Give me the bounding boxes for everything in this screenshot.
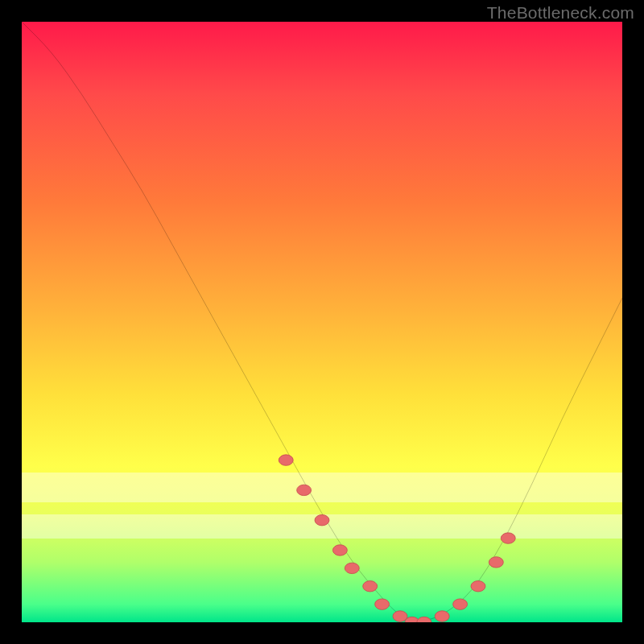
chart-frame (22, 22, 622, 622)
curve-marker (375, 599, 390, 609)
curve-marker (501, 533, 515, 543)
watermark-text: TheBottleneck.com (487, 3, 634, 23)
marker-group (279, 455, 515, 622)
curve-marker (489, 557, 503, 568)
curve-marker (345, 563, 359, 573)
curve-marker (297, 485, 312, 495)
curve-marker (435, 611, 449, 621)
curve-marker (363, 581, 378, 592)
chart-plot-svg (22, 22, 622, 622)
curve-marker (471, 581, 485, 592)
bottleneck-curve (22, 22, 622, 621)
curve-marker (279, 455, 293, 465)
curve-marker (417, 617, 431, 622)
curve-marker (315, 514, 329, 525)
curve-marker (332, 545, 347, 555)
curve-marker (453, 599, 468, 609)
